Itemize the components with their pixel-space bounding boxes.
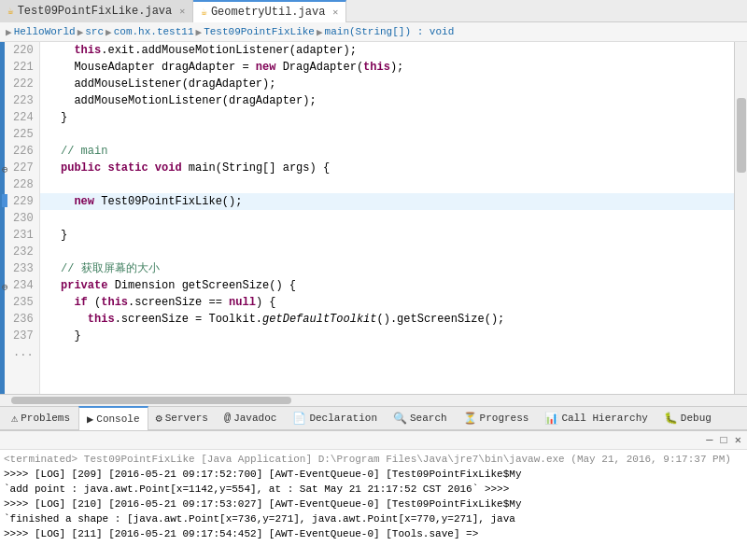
tab-label: Test09PointFixLike.java — [18, 5, 173, 18]
search-icon: 🔍 — [393, 412, 407, 426]
btab-problems-label: Problems — [21, 413, 70, 424]
hscroll-thumb[interactable] — [11, 397, 291, 404]
callhierarchy-icon: 📊 — [544, 412, 558, 426]
code-line-222: addMouseListener(dragAdapter); — [40, 76, 747, 92]
btab-declaration[interactable]: 📄 Declaration — [285, 406, 386, 430]
btab-search[interactable]: 🔍 Search — [386, 406, 456, 430]
vscroll-thumb[interactable] — [737, 98, 746, 173]
code-text-area[interactable]: this.exit.addMouseMotionListener(adapter… — [40, 42, 747, 393]
btab-servers-label: Servers — [165, 413, 208, 424]
btab-javadoc[interactable]: @ Javadoc — [217, 406, 285, 430]
code-line-221: MouseAdapter dragAdapter = new DragAdapt… — [40, 59, 747, 76]
tab-test09[interactable]: ☕ Test09PointFixLike.java ✕ — [0, 0, 193, 22]
javadoc-icon: @ — [224, 412, 231, 425]
breadcrumb: ▶ HelloWorld ▶ src ▶ com.hx.test11 ▶ Tes… — [0, 22, 747, 42]
horizontal-scrollbar[interactable] — [0, 394, 747, 407]
btab-callhierarchy-label: Call Hierarchy — [561, 413, 647, 424]
breadcrumb-package[interactable]: com.hx.test11 — [114, 26, 194, 37]
btab-problems[interactable]: ⚠ Problems — [4, 406, 78, 430]
code-line-233: // 获取屏幕的大小 — [40, 260, 747, 277]
debug-icon: 🐛 — [664, 412, 678, 426]
java-file-icon2: ☕ — [201, 6, 207, 18]
code-line-227: public static void main(String[] args) { — [40, 160, 747, 176]
console-line-5: >>>> [LOG] [211] [2016-05-21 09:17:54:45… — [4, 526, 743, 541]
line-number-gutter: 220 221 222 223 224 225 226 ⊖227 228 229… — [0, 42, 40, 393]
tab-label2: GeometryUtil.java — [211, 6, 325, 19]
code-line-225 — [40, 126, 747, 143]
console-line-4: `finished a shape : [java.awt.Point[x=73… — [4, 511, 743, 526]
line-num-221: 221 — [9, 59, 39, 76]
code-line-232 — [40, 244, 747, 260]
line-num-220: 220 — [9, 42, 39, 59]
breadcrumb-method[interactable]: main(String[]) : void — [325, 26, 455, 37]
code-line-223: addMouseMotionListener(dragAdapter); — [40, 92, 747, 109]
code-line-236: this.screenSize = Toolkit.getDefaultTool… — [40, 311, 747, 328]
console-min-btn[interactable]: — — [704, 434, 714, 447]
line-num-229: 229 — [9, 193, 39, 210]
code-lines: this.exit.addMouseMotionListener(adapter… — [40, 42, 747, 361]
code-line-220: this.exit.addMouseMotionListener(adapter… — [40, 42, 747, 59]
line-num-234: ⊖234 — [9, 277, 39, 294]
code-line-228 — [40, 176, 747, 193]
code-line-229: new Test09PointFixLike(); — [40, 193, 747, 210]
tab-geometryutil[interactable]: ☕ GeometryUtil.java ✕ — [193, 0, 346, 22]
line-num-222: 222 — [9, 76, 39, 92]
code-line-237: } — [40, 328, 747, 344]
tab-close-icon2[interactable]: ✕ — [332, 7, 338, 18]
line-num-235: 235 — [9, 294, 39, 311]
left-accent-bar — [0, 42, 5, 393]
line-num-223: 223 — [9, 92, 39, 109]
line-num-237: 237 — [9, 328, 39, 344]
console-close-btn[interactable]: ✕ — [733, 433, 743, 447]
btab-callhierarchy[interactable]: 📊 Call Hierarchy — [537, 406, 655, 430]
console-icon: ▶ — [87, 413, 93, 427]
app-container: ☕ Test09PointFixLike.java ✕ ☕ GeometryUt… — [0, 0, 747, 560]
console-output[interactable]: <terminated> Test09PointFixLike [Java Ap… — [0, 450, 747, 560]
servers-icon: ⚙ — [156, 412, 162, 426]
java-file-icon: ☕ — [7, 5, 14, 17]
line-num-ellipsis: ... — [9, 344, 39, 361]
btab-declaration-label: Declaration — [309, 413, 377, 424]
console-line-3: >>>> [LOG] [210] [2016-05-21 09:17:53:02… — [4, 497, 743, 511]
vertical-scrollbar[interactable] — [734, 42, 747, 393]
code-line-230 — [40, 210, 747, 227]
console-line-1: >>>> [LOG] [209] [2016-05-21 09:17:52:70… — [4, 467, 743, 482]
breadcrumb-class[interactable]: Test09PointFixLike — [204, 26, 315, 37]
line-num-231: 231 — [9, 227, 39, 244]
problems-icon: ⚠ — [11, 412, 18, 426]
btab-servers[interactable]: ⚙ Servers — [148, 406, 217, 430]
line-num-232: 232 — [9, 244, 39, 260]
tab-close-icon[interactable]: ✕ — [179, 6, 185, 17]
declaration-icon: 📄 — [292, 412, 306, 426]
line-num-226: 226 — [9, 143, 39, 160]
code-line-235: if (this.screenSize == null) { — [40, 294, 747, 311]
console-line-2: `add point : java.awt.Point[x=1142,y=554… — [4, 482, 743, 497]
line-num-236: 236 — [9, 311, 39, 328]
line-num-233: 233 — [9, 260, 39, 277]
console-panel: — □ ✕ <terminated> Test09PointFixLike [J… — [0, 430, 747, 560]
code-line-231: } — [40, 227, 747, 244]
btab-console[interactable]: ▶ Console — [78, 406, 148, 430]
console-max-btn[interactable]: □ — [719, 434, 729, 447]
line-num-224: 224 — [9, 109, 39, 126]
code-line-226: // main — [40, 143, 747, 160]
bottom-tab-bar: ⚠ Problems ▶ Console ⚙ Servers @ Javadoc… — [0, 406, 747, 430]
btab-javadoc-label: Javadoc — [233, 413, 276, 424]
btab-progress-label: Progress — [480, 413, 529, 424]
btab-console-label: Console — [96, 413, 139, 425]
breadcrumb-src[interactable]: src — [85, 26, 104, 37]
code-line-234: private Dimension getScreenSize() { — [40, 277, 747, 294]
breadcrumb-helloworld[interactable]: HelloWorld — [14, 26, 76, 37]
line-num-225: 225 — [9, 126, 39, 143]
code-line-ellipsis — [40, 344, 747, 361]
code-line-224: } — [40, 109, 747, 126]
line-num-230: 230 — [9, 210, 39, 227]
btab-progress[interactable]: ⏳ Progress — [456, 406, 538, 430]
btab-debug[interactable]: 🐛 Debug — [656, 406, 720, 430]
btab-search-label: Search — [410, 413, 447, 424]
breadcrumb-arrow-left[interactable]: ▶ — [6, 26, 12, 38]
editor-tab-bar: ☕ Test09PointFixLike.java ✕ ☕ GeometryUt… — [0, 0, 747, 22]
console-line-0: <terminated> Test09PointFixLike [Java Ap… — [4, 452, 743, 467]
btab-debug-label: Debug — [681, 413, 712, 424]
line-num-228: 228 — [9, 176, 39, 193]
